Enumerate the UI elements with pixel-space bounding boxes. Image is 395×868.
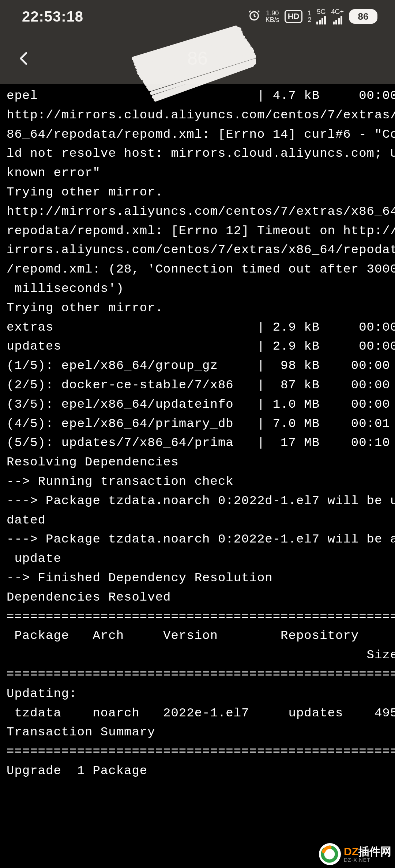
terminal-line: ========================================… xyxy=(7,607,388,627)
watermark-brand-b: 插件网 xyxy=(358,845,391,857)
terminal-line: Dependencies Resolved xyxy=(7,588,388,607)
terminal-line: (3/5): epel/x86_64/updateinfo | 1.0 MB 0… xyxy=(7,395,388,414)
terminal-line: Transaction Summary xyxy=(7,723,388,742)
label-4g: 4G+ xyxy=(331,8,344,15)
terminal-line: Size xyxy=(7,646,388,665)
watermark: DZ插件网 DZ-X.NET xyxy=(319,843,391,865)
status-time: 22:53:18 xyxy=(22,8,83,25)
terminal-line: irrors.aliyuncs.com/centos/7/extras/x86_… xyxy=(7,240,388,260)
terminal-line: Package Arch Version Repository xyxy=(7,626,388,646)
terminal-line: ========================================… xyxy=(7,665,388,684)
signal-5g: 5G xyxy=(316,8,326,24)
terminal-line: /repomd.xml: (28, 'Connection timed out … xyxy=(7,260,388,279)
terminal-line: Trying other mirror. xyxy=(7,298,388,318)
terminal-line: 86_64/repodata/repomd.xml: [Errno 14] cu… xyxy=(7,125,388,144)
terminal-line: Upgrade 1 Package xyxy=(7,761,388,781)
watermark-logo-icon xyxy=(319,843,341,865)
terminal-line: Resolving Dependencies xyxy=(7,453,388,472)
status-icons: 1.90 KB/s HD 12 5G 4G+ 86 xyxy=(248,8,377,24)
battery-percent: 86 xyxy=(358,11,369,22)
terminal-line: repodata/repomd.xml: [Errno 12] Timeout … xyxy=(7,221,388,241)
terminal-line: --> Running transaction check xyxy=(7,472,388,491)
terminal-line: ---> Package tzdata.noarch 0:2022e-1.el7… xyxy=(7,530,388,549)
net-rate-value: 1.90 xyxy=(266,10,279,16)
watermark-text: DZ插件网 DZ-X.NET xyxy=(344,845,391,863)
alarm-icon xyxy=(248,9,260,24)
terminal-line: epel | 4.7 kB 00:00 xyxy=(7,86,388,106)
terminal-line: updates | 2.9 kB 00:00 xyxy=(7,337,388,356)
terminal-line: dated xyxy=(7,511,388,530)
net-rate-unit: KB/s xyxy=(266,16,279,23)
chevron-left-icon xyxy=(16,50,32,66)
watermark-domain: DZ-X.NET xyxy=(344,857,391,863)
sim-slot-label: 12 xyxy=(308,10,311,23)
app-header: 86 xyxy=(0,33,395,84)
terminal-output[interactable]: epel | 4.7 kB 00:00http://mirrors.cloud.… xyxy=(0,84,395,781)
signal-4g: 4G+ xyxy=(331,8,344,24)
back-button[interactable] xyxy=(13,47,35,69)
hd-label: HD xyxy=(288,12,300,21)
terminal-line: (2/5): docker-ce-stable/7/x86 | 87 kB 00… xyxy=(7,376,388,395)
signal-bars-icon xyxy=(316,15,326,24)
terminal-line: tzdata noarch 2022e-1.el7 updates 495 k xyxy=(7,704,388,723)
terminal-line: ld not resolve host: mirrors.cloud.aliyu… xyxy=(7,144,388,163)
terminal-line: Trying other mirror. xyxy=(7,183,388,202)
terminal-line: (5/5): updates/7/x86_64/prima | 17 MB 00… xyxy=(7,433,388,453)
terminal-line: known error" xyxy=(7,163,388,183)
signal-bars-icon xyxy=(333,15,342,24)
terminal-line: http://mirrors.cloud.aliyuncs.com/centos… xyxy=(7,106,388,125)
hd-badge: HD xyxy=(285,10,303,23)
status-bar: 22:53:18 1.90 KB/s HD 12 5G 4G+ 86 xyxy=(0,0,395,33)
terminal-line: (1/5): epel/x86_64/group_gz | 98 kB 00:0… xyxy=(7,356,388,376)
terminal-line: --> Finished Dependency Resolution xyxy=(7,568,388,588)
page-title: 86 xyxy=(187,48,208,69)
terminal-line: extras | 2.9 kB 00:00 xyxy=(7,318,388,337)
battery-level: 86 xyxy=(349,9,377,24)
net-rate: 1.90 KB/s xyxy=(266,10,279,23)
terminal-line: milliseconds') xyxy=(7,279,388,298)
terminal-line: http://mirrors.aliyuncs.com/centos/7/ext… xyxy=(7,202,388,221)
terminal-line: ---> Package tzdata.noarch 0:2022d-1.el7… xyxy=(7,491,388,511)
terminal-line: Updating: xyxy=(7,684,388,704)
terminal-line: (4/5): epel/x86_64/primary_db | 7.0 MB 0… xyxy=(7,414,388,434)
watermark-brand-a: DZ xyxy=(344,845,358,857)
label-5g: 5G xyxy=(317,8,326,15)
terminal-line: ========================================… xyxy=(7,742,388,761)
terminal-line: update xyxy=(7,549,388,568)
